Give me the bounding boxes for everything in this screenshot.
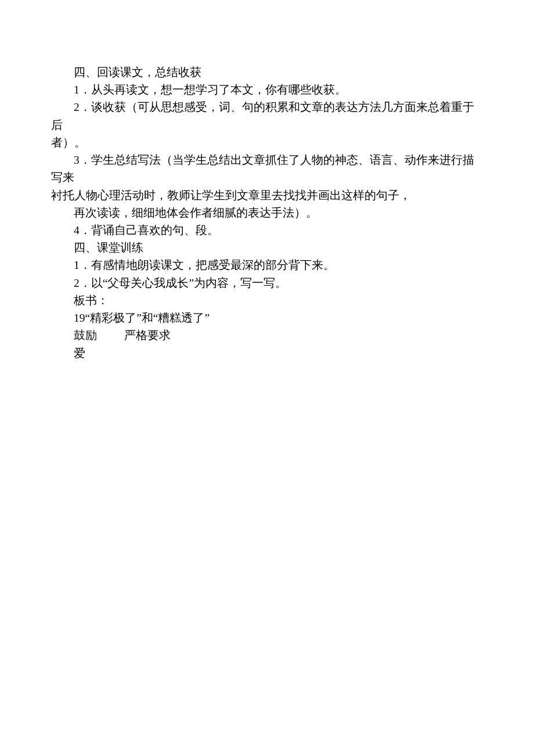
board-writing-label: 板书： — [51, 292, 483, 309]
body-line-continuation: 衬托人物心理活动时，教师让学生到文章里去找找并画出这样的句子， — [51, 187, 483, 204]
section-heading-retrospect: 四、回读课文，总结收获 — [51, 64, 483, 81]
board-writing-line: 鼓励严格要求 — [51, 327, 483, 344]
body-line: 3．学生总结写法（当学生总结出文章抓住了人物的神态、语言、动作来进行描写来 — [51, 152, 483, 186]
body-line: 再次读读，细细地体会作者细腻的表达手法）。 — [51, 204, 483, 222]
board-writing-line: 爱 — [51, 345, 483, 362]
body-line: 1．从头再读文，想一想学习了本文，你有哪些收获。 — [51, 81, 483, 99]
document-page: 四、回读课文，总结收获 1．从头再读文，想一想学习了本文，你有哪些收获。 2．谈… — [0, 0, 534, 756]
body-line: 2．以“父母关心我成长”为内容，写一写。 — [51, 275, 483, 292]
body-line-continuation: 者）。 — [51, 134, 483, 152]
board-word-strict: 严格要求 — [124, 329, 171, 341]
board-word-encourage: 鼓励 — [74, 329, 97, 341]
body-line: 2．谈收获（可从思想感受，词、句的积累和文章的表达方法几方面来总着重于后 — [51, 99, 483, 134]
section-heading-classwork: 四、课堂训练 — [51, 239, 483, 257]
board-writing-title: 19“精彩极了”和“糟糕透了” — [51, 309, 483, 327]
body-line: 4．背诵自己喜欢的句、段。 — [51, 222, 483, 239]
body-line: 1．有感情地朗读课文，把感受最深的部分背下来。 — [51, 257, 483, 274]
